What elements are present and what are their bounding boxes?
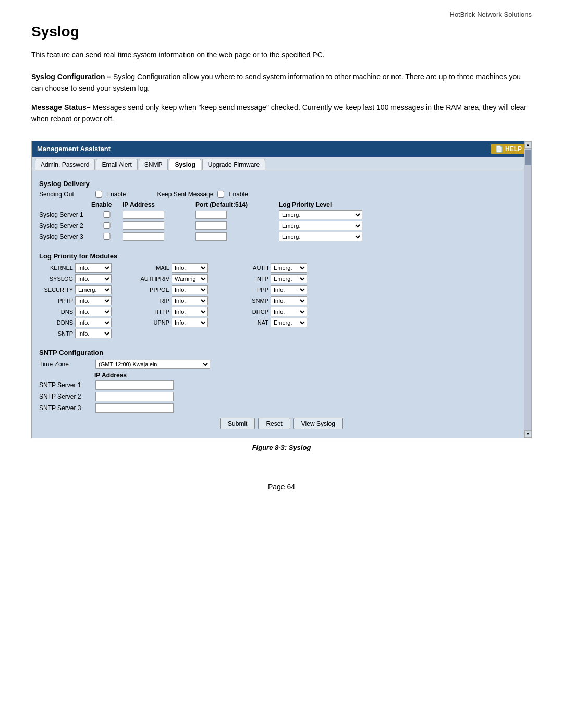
company-name: HotBrick Network Solutions	[31, 10, 532, 18]
pptp-select[interactable]: Info.Emerg.WarningDebug	[75, 296, 112, 305]
sntp-server-1-input[interactable]	[95, 380, 174, 390]
server-3-ip[interactable]: 0.0.0.0	[123, 232, 164, 241]
view-syslog-button[interactable]: View Syslog	[293, 418, 343, 429]
sntp-server-3-label: SNTP Server 3	[39, 404, 91, 412]
pppoe-label: PPPOE	[133, 287, 169, 293]
auth-select[interactable]: Emerg.Info.WarningDebug	[271, 263, 307, 273]
server-3-port[interactable]: 514	[195, 232, 227, 241]
server-row-1: Syslog Server 1 0.0.0.0 514 Emerg.AlertC…	[39, 210, 524, 219]
http-label: HTTP	[133, 309, 169, 315]
tab-syslog[interactable]: Syslog	[169, 159, 201, 170]
security-select[interactable]: Emerg.Info.WarningDebug	[75, 285, 112, 294]
nat-select[interactable]: Emerg.Info.WarningDebug	[271, 318, 307, 327]
authpriv-label: AUTHPRIV	[133, 276, 169, 282]
tab-snmp[interactable]: SNMP	[139, 159, 168, 170]
module-security: SECURITY Emerg.Info.WarningDebug	[39, 285, 123, 294]
snmp-select[interactable]: Info.Emerg.WarningDebug	[271, 296, 307, 305]
submit-button[interactable]: Submit	[220, 418, 255, 429]
sntp-server-1-label: SNTP Server 1	[39, 381, 91, 389]
timezone-row: Time Zone (GMT-12:00) Kwajalein	[39, 360, 524, 369]
ppp-select[interactable]: Info.Emerg.WarningDebug	[271, 285, 307, 294]
figure-caption: Figure 8-3: Syslog	[31, 443, 532, 451]
intro-text: This feature can send real time system i…	[31, 50, 532, 60]
scroll-up-button[interactable]: ▲	[524, 141, 532, 149]
syslog-label: SYSLOG	[39, 276, 73, 282]
timezone-select[interactable]: (GMT-12:00) Kwajalein	[95, 360, 210, 369]
sending-out-checkbox[interactable]	[95, 191, 102, 198]
sending-out-enable-label: Enable	[106, 191, 126, 198]
ntp-label: NTP	[240, 276, 268, 282]
server-2-priority[interactable]: Emerg.AlertCrit.ErrorWarningNoticeInfo.D…	[279, 221, 362, 230]
figure-caption-text: Figure 8-3: Syslog	[252, 443, 311, 451]
sending-out-label: Sending Out	[39, 191, 91, 198]
dns-label: DNS	[39, 309, 73, 315]
sntp-select[interactable]: Info.Emerg.WarningDebug	[75, 329, 112, 338]
server-2-ip[interactable]: 0.0.0.0	[123, 221, 164, 230]
syslog-config-desc: Syslog Configuration – Syslog Configurat…	[31, 71, 532, 94]
server-2-port[interactable]: 514	[195, 221, 227, 230]
scroll-thumb[interactable]	[525, 150, 531, 165]
server-1-port[interactable]: 514	[195, 211, 227, 219]
message-status-text: Messages send only keep when "keep send …	[31, 103, 527, 123]
mail-select[interactable]: Info.Emerg.WarningDebug	[172, 263, 208, 273]
upnp-select[interactable]: Info.Emerg.WarningDebug	[172, 318, 208, 327]
syslog-config-bold: Syslog Configuration –	[31, 72, 111, 81]
pppoe-select[interactable]: Info.Emerg.WarningDebug	[172, 285, 208, 294]
keep-sent-checkbox[interactable]	[217, 191, 224, 198]
ddns-select[interactable]: Info.Emerg.WarningDebug	[75, 318, 112, 327]
rip-select[interactable]: Info.Emerg.WarningDebug	[172, 296, 208, 305]
dhcp-select[interactable]: Info.Emerg.WarningDebug	[271, 307, 307, 316]
log-priority-title: Log Priority for Modules	[39, 252, 524, 260]
module-pptp: PPTP Info.Emerg.WarningDebug	[39, 296, 123, 305]
sntp-label: SNTP	[39, 330, 73, 337]
dns-select[interactable]: Info.Emerg.WarningDebug	[75, 307, 112, 316]
module-pppoe: PPPOE Info.Emerg.WarningDebug	[133, 285, 229, 294]
tab-admin-password[interactable]: Admin. Password	[35, 159, 95, 170]
scroll-down-button[interactable]: ▼	[524, 430, 532, 438]
module-ntp: NTP Emerg.Info.WarningDebug	[240, 274, 323, 283]
module-rip: RIP Info.Emerg.WarningDebug	[133, 296, 229, 305]
btn-row: Submit Reset View Syslog	[39, 418, 524, 429]
sntp-server-2-label: SNTP Server 2	[39, 393, 91, 400]
module-authpriv: AUTHPRIV WarningInfo.Emerg.Debug	[133, 274, 229, 283]
pptp-label: PPTP	[39, 298, 73, 304]
ppp-label: PPP	[240, 287, 268, 293]
message-status-bold: Message Status–	[31, 103, 91, 112]
authpriv-select[interactable]: WarningInfo.Emerg.Debug	[172, 274, 208, 283]
col-port-header: Port (Default:514)	[195, 201, 279, 208]
module-http: HTTP Info.Emerg.WarningDebug	[133, 307, 229, 316]
syslog-select[interactable]: Info.Emerg.WarningDebug	[75, 274, 112, 283]
modules-grid: KERNEL Info.Emerg.WarningDebug SYSLOG In…	[39, 263, 524, 338]
help-icon: 📄	[495, 145, 503, 153]
sntp-server-2-input[interactable]	[95, 392, 174, 401]
keep-sent-enable-label: Enable	[228, 191, 248, 198]
server-1-checkbox[interactable]	[91, 211, 123, 218]
dhcp-label: DHCP	[240, 309, 268, 315]
module-dhcp: DHCP Info.Emerg.WarningDebug	[240, 307, 323, 316]
sntp-server-1-row: SNTP Server 1	[39, 380, 524, 390]
server-2-checkbox[interactable]	[91, 222, 123, 229]
http-select[interactable]: Info.Emerg.WarningDebug	[172, 307, 208, 316]
tabs-bar: Admin. Password Email Alert SNMP Syslog …	[32, 157, 531, 170]
reset-button[interactable]: Reset	[258, 418, 290, 429]
tab-email-alert[interactable]: Email Alert	[96, 159, 137, 170]
ntp-select[interactable]: Emerg.Info.WarningDebug	[271, 274, 307, 283]
sending-right: Keep Sent Message Enable	[157, 191, 248, 198]
module-nat: NAT Emerg.Info.WarningDebug	[240, 318, 323, 327]
sntp-server-3-input[interactable]	[95, 403, 174, 413]
scrollbar[interactable]: ▲ ▼	[524, 141, 531, 438]
page-number: Page 64	[31, 483, 532, 491]
server-3-priority[interactable]: Emerg.AlertCrit.ErrorWarningNoticeInfo.D…	[279, 232, 362, 241]
help-button[interactable]: 📄 HELP	[491, 144, 526, 154]
server-1-ip[interactable]: 0.0.0.0	[123, 211, 164, 219]
tab-upgrade-firmware[interactable]: Upgrade Firmware	[202, 159, 265, 170]
kernel-select[interactable]: Info.Emerg.WarningDebug	[75, 263, 112, 273]
sntp-config-title: SNTP Configuration	[39, 349, 524, 356]
module-mail: MAIL Info.Emerg.WarningDebug	[133, 263, 229, 273]
module-syslog: SYSLOG Info.Emerg.WarningDebug	[39, 274, 123, 283]
server-3-checkbox[interactable]	[91, 233, 123, 240]
ddns-label: DDNS	[39, 319, 73, 326]
server-1-priority[interactable]: Emerg.AlertCrit.ErrorWarningNoticeInfo.D…	[279, 210, 362, 219]
server-2-label: Syslog Server 2	[39, 222, 91, 229]
snmp-label: SNMP	[240, 298, 268, 304]
